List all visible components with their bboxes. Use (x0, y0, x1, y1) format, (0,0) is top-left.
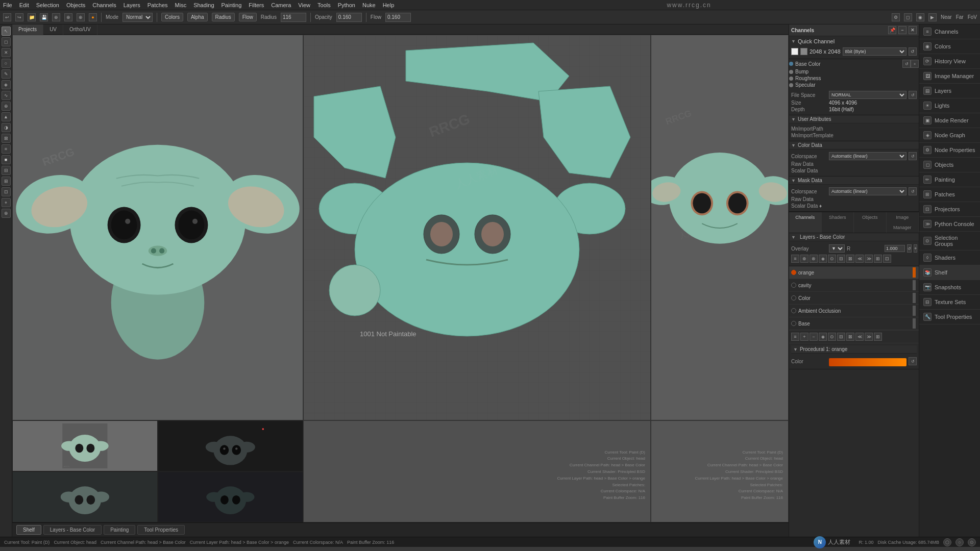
left-tool-6[interactable]: ∿ (2, 91, 11, 100)
colorspace-reset[interactable]: ↺ (909, 152, 917, 160)
tab-projects[interactable]: Projects (12, 24, 43, 35)
viewport-bottom-ortho[interactable]: Current Tool: Paint (D) Current Object: … (651, 420, 789, 522)
layer-base[interactable]: Base (789, 317, 919, 330)
radius-btn[interactable]: Radius (212, 13, 235, 21)
left-tool-9[interactable]: ◑ (2, 123, 11, 132)
toolbar-icon-3[interactable]: 📁 (28, 13, 36, 21)
menu-channels[interactable]: Channels (92, 2, 116, 8)
menu-objects[interactable]: Objects (66, 2, 85, 8)
user-attrs-header[interactable]: ▼ User Attributes (789, 115, 919, 123)
frs-node-graph[interactable]: ◈ Node Graph (919, 128, 980, 143)
toolbar-right-icon2[interactable]: ◻ (904, 13, 912, 21)
layer-ao[interactable]: Ambient Occlusion (789, 305, 919, 317)
frs-node-properties[interactable]: ⚙ Node Properties (919, 143, 980, 158)
proc-tool-9[interactable]: ≫ (865, 333, 873, 341)
layer-tool-1[interactable]: ≡ (791, 255, 799, 263)
thumb-1[interactable]: RRCG (12, 420, 158, 471)
frs-history[interactable]: ⟳ History View (919, 54, 980, 69)
menu-filters[interactable]: Filters (249, 2, 264, 8)
toolbar-icon-6[interactable]: ⊕ (64, 13, 72, 21)
frs-texture-sets[interactable]: ⊟ Texture Sets (919, 295, 980, 310)
frs-python-console[interactable]: ≫ Python Console (919, 217, 980, 232)
channel-roughness[interactable]: Roughness (789, 75, 919, 82)
menu-nuke[interactable]: Nuke (362, 2, 376, 8)
sub-tab-objects[interactable]: Objects (854, 212, 887, 233)
menu-help[interactable]: Help (383, 2, 395, 8)
menu-shading[interactable]: Shading (193, 2, 214, 8)
flow-input[interactable] (385, 13, 411, 22)
color-swatch-gray[interactable] (800, 48, 807, 55)
menu-painting[interactable]: Painting (222, 2, 242, 8)
procedural-color-bar[interactable] (829, 358, 906, 366)
proc-tool-10[interactable]: ⊞ (874, 333, 882, 341)
thumb-2[interactable] (158, 420, 303, 471)
proc-tool-2[interactable]: + (800, 333, 808, 341)
mask-data-header[interactable]: ▼ Mask Data (789, 177, 919, 185)
proc-color-reset[interactable]: ↺ (909, 357, 917, 365)
color-swatch-white[interactable] (791, 48, 798, 55)
layer-base-vis[interactable] (791, 321, 796, 326)
left-tool-cursor[interactable]: ↖ (2, 27, 11, 36)
r-input[interactable] (885, 245, 905, 252)
toolbar-icon-4[interactable]: 💾 (40, 13, 48, 21)
frs-selection-groups[interactable]: ⊙ Selection Groups (919, 232, 980, 251)
file-space-reset[interactable]: ↺ (909, 91, 917, 99)
left-tool-fill[interactable]: ▲ (2, 112, 11, 121)
left-tool-14[interactable]: ⊞ (2, 177, 11, 186)
frs-lights[interactable]: ☀ Lights (919, 98, 980, 113)
viewport-bottom-uv[interactable]: Current Tool: Paint (D) Current Object: … (303, 420, 651, 522)
thumb-3[interactable] (12, 471, 158, 522)
left-tool-15[interactable]: ⊡ (2, 187, 11, 196)
layer-tool-7[interactable]: ⊠ (846, 255, 854, 263)
left-tool-2[interactable]: ◻ (2, 37, 11, 46)
channels-collapse[interactable]: − (898, 26, 906, 34)
viewport-uv[interactable]: Perspective (303, 35, 651, 420)
opacity-input[interactable] (336, 13, 362, 22)
layer-orange-vis[interactable] (791, 270, 796, 275)
menu-layers[interactable]: Layers (124, 2, 140, 8)
overlay-select[interactable]: ▼ (829, 244, 845, 253)
layer-tool-10[interactable]: ⊞ (874, 255, 882, 263)
color-data-header[interactable]: ▼ Color Data (789, 141, 919, 149)
frs-painting[interactable]: ✏ Painting (919, 172, 980, 187)
flow-btn[interactable]: Flow (239, 13, 257, 21)
viewport-3d[interactable]: RRCG 人人素材 (12, 35, 303, 420)
left-tool-3[interactable]: ✕ (2, 48, 11, 57)
left-tool-brush[interactable]: ✎ (2, 69, 11, 79)
menu-python[interactable]: Python (338, 2, 355, 8)
proc-tool-4[interactable]: ◈ (819, 333, 827, 341)
layer-color[interactable]: Color (789, 292, 919, 305)
left-tool-4[interactable]: ○ (2, 59, 11, 68)
bottom-tab-layers[interactable]: Layers - Base Color (43, 525, 102, 535)
toolbar-icon-7[interactable]: ⊕ (77, 13, 85, 21)
mask-colorspace-select[interactable]: Automatic (linear) (829, 187, 906, 195)
channel-reset[interactable]: ↺ (909, 47, 917, 56)
tab-uv[interactable]: UV (43, 24, 63, 35)
left-tool-11[interactable]: ≡ (2, 144, 11, 154)
channel-base-reset[interactable]: ↺ (902, 60, 911, 68)
layer-tool-2[interactable]: ⊕ (800, 255, 808, 263)
proc-tool-6[interactable]: ⊟ (837, 333, 845, 341)
channel-base-color[interactable]: Base Color ↺ + (789, 59, 919, 68)
layer-color-vis[interactable] (791, 295, 796, 300)
toolbar-icon-1[interactable]: ↩ (3, 13, 11, 21)
colorspace-select[interactable]: Automatic (linear) (829, 152, 906, 160)
layer-ao-vis[interactable] (791, 308, 796, 313)
bottom-tab-shelf[interactable]: Shelf (16, 525, 41, 535)
menu-patches[interactable]: Patches (148, 2, 168, 8)
proc-tool-5[interactable]: ⊙ (828, 333, 836, 341)
colors-btn[interactable]: Colors (161, 13, 183, 21)
channel-base-add[interactable]: + (911, 60, 919, 68)
layer-tool-3[interactable]: ⊗ (810, 255, 818, 263)
left-tool-7[interactable]: ⊕ (2, 102, 11, 111)
left-tool-16[interactable]: ⌖ (2, 198, 11, 207)
frs-projectors[interactable]: ⊡ Projectors (919, 202, 980, 217)
channel-bump[interactable]: Bump (789, 68, 919, 75)
toolbar-icon-2[interactable]: ↪ (15, 13, 23, 21)
layer-tool-5[interactable]: ⊙ (828, 255, 836, 263)
menu-edit[interactable]: Edit (19, 2, 29, 8)
bit-depth-select[interactable]: 8bit (Byte) 16bit (Half) (843, 47, 906, 56)
sub-tab-channels[interactable]: Channels (789, 212, 822, 233)
left-tool-13[interactable]: ⊟ (2, 166, 11, 175)
bottom-tab-tool-properties[interactable]: Tool Properties (137, 525, 185, 535)
